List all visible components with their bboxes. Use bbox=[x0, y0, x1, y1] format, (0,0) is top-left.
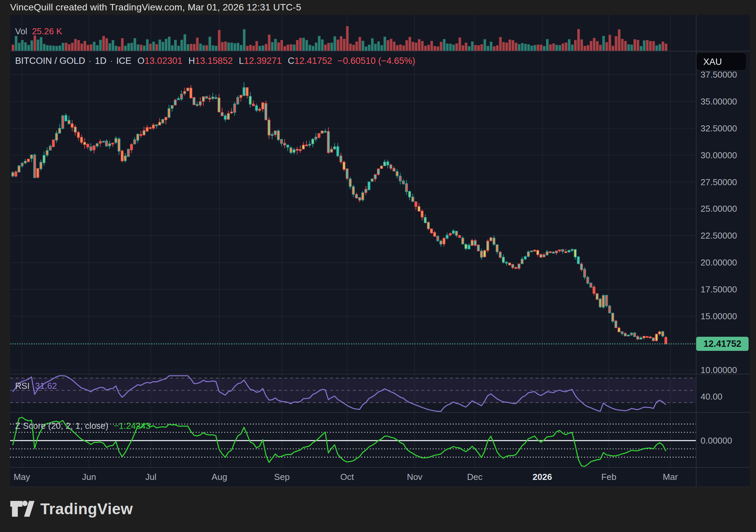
volume-bar bbox=[218, 30, 221, 51]
candle-body bbox=[62, 116, 64, 128]
volume-bar bbox=[640, 46, 642, 51]
volume-bar bbox=[490, 42, 493, 51]
candle-body bbox=[299, 150, 301, 151]
candle-body bbox=[159, 122, 161, 125]
volume-bar bbox=[146, 39, 149, 51]
volume-bar bbox=[327, 43, 330, 51]
candle-body bbox=[596, 294, 598, 299]
volume-bar bbox=[84, 41, 86, 51]
volume-bar bbox=[159, 40, 161, 51]
volume-bar bbox=[24, 42, 27, 51]
candle-body bbox=[224, 116, 226, 119]
candle-body bbox=[27, 159, 29, 162]
volume-bar bbox=[96, 45, 99, 51]
candle-body bbox=[558, 250, 560, 251]
candle-body bbox=[337, 147, 339, 156]
volume-bar bbox=[99, 40, 102, 51]
volume-bar bbox=[377, 41, 380, 51]
candle-body bbox=[615, 321, 617, 328]
candle-body bbox=[312, 139, 314, 144]
candle-body bbox=[512, 264, 514, 268]
candle-body bbox=[643, 336, 645, 338]
volume-bar bbox=[49, 45, 52, 51]
volume-bar bbox=[249, 45, 252, 51]
volume-bar bbox=[574, 40, 577, 51]
candle-body bbox=[115, 138, 117, 143]
volume-bar bbox=[346, 26, 349, 51]
volume-bar bbox=[621, 39, 624, 51]
volume-bar bbox=[656, 45, 658, 51]
candle-body bbox=[593, 287, 595, 293]
candle-body bbox=[112, 143, 114, 144]
volume-bar bbox=[180, 40, 183, 51]
time-axis[interactable] bbox=[10, 467, 696, 487]
volume-bar bbox=[330, 43, 333, 51]
candle-body bbox=[652, 338, 654, 341]
tradingview-link[interactable]: TradingView bbox=[9, 498, 133, 519]
candle-body bbox=[215, 97, 217, 98]
volume-bar bbox=[662, 42, 664, 51]
candle-body bbox=[662, 332, 664, 336]
rsi-legend: RSI31.62 bbox=[15, 381, 57, 391]
candle-body bbox=[340, 156, 342, 162]
change-value: −0.60510 (−4.65%) bbox=[338, 56, 415, 66]
open-label: O bbox=[137, 56, 144, 66]
candle-body bbox=[137, 134, 139, 140]
open-value: 13.02301 bbox=[144, 56, 182, 66]
volume-bar bbox=[12, 45, 14, 51]
candle-body bbox=[140, 134, 142, 135]
volume-bar bbox=[302, 38, 305, 51]
candle-body bbox=[65, 115, 67, 121]
candle-body bbox=[555, 251, 557, 253]
axis-unit-badge[interactable]: XAU bbox=[696, 52, 747, 71]
volume-bar bbox=[521, 43, 524, 51]
candle-body bbox=[318, 133, 320, 137]
candle-body bbox=[540, 254, 542, 257]
volume-bar bbox=[546, 39, 549, 51]
candle-body bbox=[287, 145, 289, 147]
candle-body bbox=[524, 257, 526, 259]
candle-body bbox=[12, 173, 14, 176]
volume-bar bbox=[449, 44, 452, 51]
candle-body bbox=[368, 182, 370, 190]
candle-body bbox=[534, 250, 536, 251]
candle-body bbox=[509, 263, 511, 265]
price-axis[interactable] bbox=[696, 15, 750, 467]
volume-bar bbox=[471, 42, 474, 51]
volume-legend: Vol25.26 K bbox=[15, 26, 62, 37]
volume-bar bbox=[130, 43, 133, 51]
volume-bar bbox=[387, 40, 389, 51]
volume-value: 25.26 K bbox=[32, 26, 62, 36]
candle-body bbox=[230, 112, 233, 113]
candle-body bbox=[52, 140, 54, 147]
volume-bar bbox=[612, 46, 614, 51]
close-value: 12.41752 bbox=[294, 56, 332, 66]
chart-plot-area[interactable]: 37.5000035.0000032.5000030.0000027.50000… bbox=[0, 0, 756, 532]
candle-body bbox=[187, 88, 189, 91]
candle-body bbox=[433, 233, 435, 236]
candle-body bbox=[396, 171, 398, 176]
volume-bar bbox=[555, 45, 558, 51]
candle-body bbox=[346, 169, 348, 178]
volume-bar bbox=[659, 44, 661, 51]
volume-bar bbox=[652, 41, 655, 51]
candle-body bbox=[162, 119, 164, 123]
volume-bar bbox=[484, 39, 486, 51]
candle-body bbox=[15, 172, 17, 176]
volume-bar bbox=[665, 44, 668, 51]
candle-body bbox=[474, 241, 476, 245]
volume-bar bbox=[305, 40, 308, 51]
candle-body bbox=[424, 217, 426, 223]
volume-bar bbox=[43, 44, 46, 51]
volume-bar bbox=[540, 45, 543, 51]
candle-body bbox=[134, 140, 136, 144]
volume-bar bbox=[112, 40, 114, 51]
candle-body bbox=[74, 127, 76, 132]
volume-bar bbox=[55, 46, 58, 51]
candle-body bbox=[93, 146, 95, 150]
candle-body bbox=[168, 109, 170, 117]
volume-bar bbox=[393, 42, 395, 51]
volume-bar bbox=[80, 44, 83, 51]
volume-bar bbox=[93, 42, 96, 51]
volume-bar bbox=[337, 40, 339, 51]
